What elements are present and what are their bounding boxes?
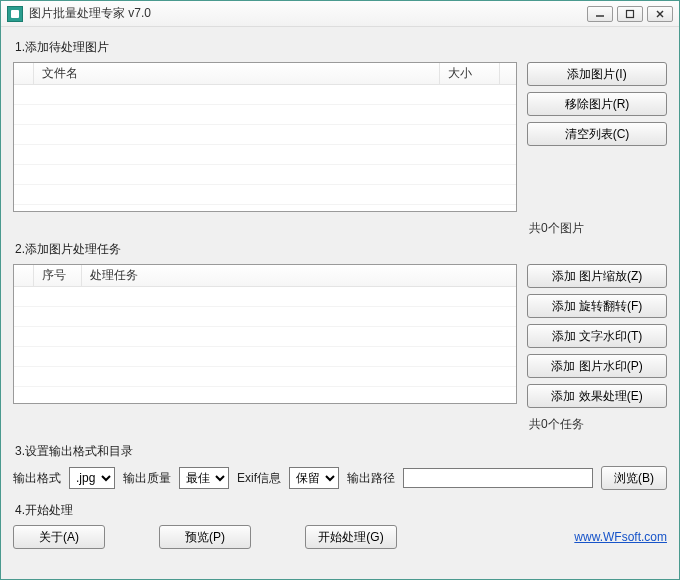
svg-rect-1: [627, 10, 634, 17]
task-list-grip[interactable]: [14, 265, 34, 286]
minimize-icon: [595, 9, 605, 19]
minimize-button[interactable]: [587, 6, 613, 22]
col-index[interactable]: 序号: [34, 265, 82, 286]
task-count-label: 共0个任务: [527, 416, 667, 433]
titlebar: 图片批量处理专家 v7.0: [1, 1, 679, 27]
path-label: 输出路径: [347, 470, 395, 487]
file-list-grip[interactable]: [14, 63, 34, 84]
maximize-button[interactable]: [617, 6, 643, 22]
exif-label: Exif信息: [237, 470, 281, 487]
section4: 4.开始处理 关于(A) 预览(P) 开始处理(G) www.WFsoft.co…: [13, 498, 667, 549]
remove-image-button[interactable]: 移除图片(R): [527, 92, 667, 116]
quality-label: 输出质量: [123, 470, 171, 487]
add-effect-button[interactable]: 添加 效果处理(E): [527, 384, 667, 408]
close-icon: [655, 9, 665, 19]
section2-title: 2.添加图片处理任务: [15, 241, 667, 258]
section1-body: 文件名 大小 添加图片(I) 移除图片(R) 清空列表(C): [13, 62, 667, 212]
format-row: 输出格式 .jpg 输出质量 最佳 Exif信息 保留 输出路径 浏览(B): [13, 466, 667, 490]
client-area: 1.添加待处理图片 文件名 大小 添加图片(I) 移除图片(R) 清空列表(C)…: [1, 27, 679, 579]
section3: 3.设置输出格式和目录 输出格式 .jpg 输出质量 最佳 Exif信息 保留 …: [13, 439, 667, 490]
section4-title: 4.开始处理: [15, 502, 667, 519]
section2-buttons: 添加 图片缩放(Z) 添加 旋转翻转(F) 添加 文字水印(T) 添加 图片水印…: [527, 264, 667, 408]
window-controls: [587, 6, 673, 22]
file-count-label: 共0个图片: [527, 220, 667, 237]
app-icon: [7, 6, 23, 22]
browse-button[interactable]: 浏览(B): [601, 466, 667, 490]
file-list[interactable]: 文件名 大小: [13, 62, 517, 212]
output-path-input[interactable]: [403, 468, 593, 488]
add-text-watermark-button[interactable]: 添加 文字水印(T): [527, 324, 667, 348]
file-list-scroll-gutter: [500, 63, 516, 84]
website-link[interactable]: www.WFsoft.com: [574, 530, 667, 544]
add-resize-button[interactable]: 添加 图片缩放(Z): [527, 264, 667, 288]
section2-body: 序号 处理任务 添加 图片缩放(Z) 添加 旋转翻转(F) 添加 文字水印(T)…: [13, 264, 667, 408]
task-list-header: 序号 处理任务: [14, 265, 516, 287]
window-title: 图片批量处理专家 v7.0: [29, 5, 587, 22]
bottom-row: 关于(A) 预览(P) 开始处理(G) www.WFsoft.com: [13, 525, 667, 549]
section1-count-row: 共0个图片: [13, 214, 667, 237]
exif-select[interactable]: 保留: [289, 467, 339, 489]
app-window: 图片批量处理专家 v7.0 1.添加待处理图片 文件名 大小: [0, 0, 680, 580]
file-list-header: 文件名 大小: [14, 63, 516, 85]
add-image-watermark-button[interactable]: 添加 图片水印(P): [527, 354, 667, 378]
section2-count-row: 共0个任务: [13, 410, 667, 433]
about-button[interactable]: 关于(A): [13, 525, 105, 549]
preview-button[interactable]: 预览(P): [159, 525, 251, 549]
start-button[interactable]: 开始处理(G): [305, 525, 397, 549]
task-list-body[interactable]: [14, 287, 516, 403]
col-task[interactable]: 处理任务: [82, 265, 516, 286]
quality-select[interactable]: 最佳: [179, 467, 229, 489]
maximize-icon: [625, 9, 635, 19]
section1-title: 1.添加待处理图片: [15, 39, 667, 56]
col-filename[interactable]: 文件名: [34, 63, 440, 84]
format-label: 输出格式: [13, 470, 61, 487]
task-list[interactable]: 序号 处理任务: [13, 264, 517, 404]
col-size[interactable]: 大小: [440, 63, 500, 84]
clear-list-button[interactable]: 清空列表(C): [527, 122, 667, 146]
section3-title: 3.设置输出格式和目录: [15, 443, 667, 460]
close-button[interactable]: [647, 6, 673, 22]
file-list-body[interactable]: [14, 85, 516, 211]
add-rotate-button[interactable]: 添加 旋转翻转(F): [527, 294, 667, 318]
add-image-button[interactable]: 添加图片(I): [527, 62, 667, 86]
format-select[interactable]: .jpg: [69, 467, 115, 489]
section1-buttons: 添加图片(I) 移除图片(R) 清空列表(C): [527, 62, 667, 146]
